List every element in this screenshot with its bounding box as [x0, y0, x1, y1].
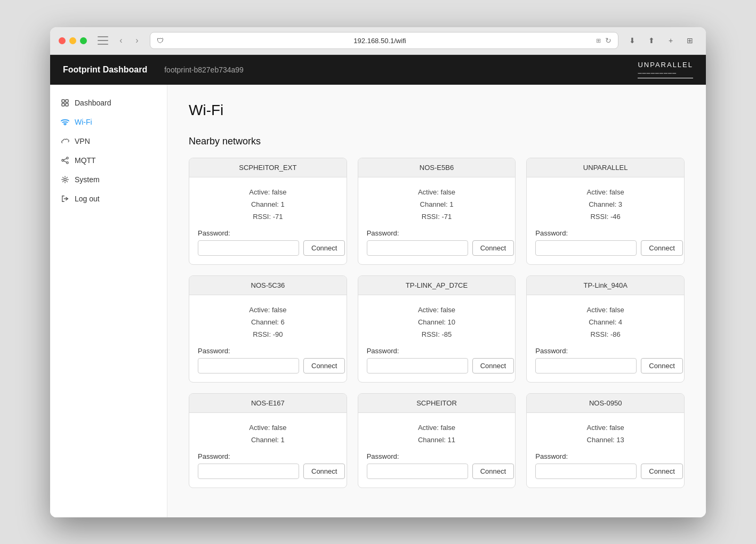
minimize-button[interactable] — [69, 37, 76, 44]
svg-point-7 — [67, 161, 69, 164]
password-input[interactable] — [535, 464, 637, 479]
connect-button[interactable]: Connect — [303, 358, 345, 374]
password-label: Password: — [367, 229, 507, 237]
password-input[interactable] — [198, 358, 299, 374]
svg-rect-1 — [66, 100, 68, 102]
password-input[interactable] — [198, 240, 299, 256]
password-row: Password: Connect — [535, 452, 675, 479]
network-card: NOS-0950 Active: false Channel: 13 Passw… — [526, 393, 685, 488]
content-area: Wi-Fi Nearby networks SCPHEITOR_EXT Acti… — [167, 85, 706, 517]
network-ssid: SCPHEITOR_EXT — [189, 158, 347, 177]
gear-icon — [61, 175, 69, 184]
password-input[interactable] — [535, 358, 637, 374]
sidebar-label-system: System — [75, 175, 100, 184]
browser-window: ‹ › 🛡 192.168.50.1/wifi ⊞ ↻ ⬇ ⬆ + ⊞ Foot… — [50, 27, 706, 517]
password-input-row: Connect — [367, 240, 507, 256]
network-active: Active: false — [367, 188, 507, 196]
sidebar-item-wifi[interactable]: Wi-Fi — [50, 112, 167, 132]
password-input[interactable] — [367, 240, 468, 256]
connect-button[interactable]: Connect — [472, 240, 514, 256]
network-card: NOS-E167 Active: false Channel: 1 Passwo… — [189, 393, 347, 488]
password-row: Password: Connect — [535, 229, 675, 256]
sidebar-label-mqtt: MQTT — [75, 156, 96, 165]
new-tab-button[interactable]: + — [663, 33, 678, 48]
network-ssid: TP-Link_940A — [527, 276, 684, 295]
password-input-row: Connect — [535, 464, 675, 479]
password-input-row: Connect — [535, 240, 675, 256]
network-rssi: RSSI: -71 — [367, 213, 507, 221]
sidebar-item-vpn[interactable]: VPN — [50, 132, 167, 151]
svg-rect-3 — [66, 103, 68, 106]
main-layout: Dashboard Wi-Fi — [50, 85, 706, 517]
sidebar-toggle-button[interactable] — [98, 36, 108, 45]
connect-button[interactable]: Connect — [303, 464, 345, 479]
password-input-row: Connect — [535, 358, 675, 374]
connect-button[interactable]: Connect — [303, 240, 345, 256]
reload-icon[interactable]: ↻ — [605, 36, 612, 45]
network-card-body: Active: false Channel: 10 RSSI: -85 Pass… — [358, 295, 516, 382]
password-row: Password: Connect — [198, 347, 338, 374]
sidebar-item-dashboard[interactable]: Dashboard — [50, 93, 167, 112]
app-container: Footprint Dashboard footprint-b827eb734a… — [50, 55, 706, 517]
sidebar-label-logout: Log out — [75, 194, 100, 203]
network-ssid: NOS-E167 — [189, 394, 347, 413]
sidebar-item-system[interactable]: System — [50, 170, 167, 189]
app-title: Footprint Dashboard — [63, 65, 147, 75]
share-button[interactable]: ⬆ — [644, 33, 659, 48]
network-card-body: Active: false Channel: 13 Password: Conn… — [527, 413, 684, 488]
sidebar-item-logout[interactable]: Log out — [50, 189, 167, 208]
networks-grid: SCPHEITOR_EXT Active: false Channel: 1 R… — [189, 158, 685, 488]
password-input[interactable] — [535, 240, 637, 256]
password-input[interactable] — [198, 464, 299, 479]
password-input-row: Connect — [198, 240, 338, 256]
logout-icon — [61, 194, 69, 203]
connect-button[interactable]: Connect — [472, 358, 514, 374]
nearby-networks-title: Nearby networks — [189, 136, 685, 147]
network-ssid: SCPHEITOR — [358, 394, 516, 413]
network-card-body: Active: false Channel: 6 RSSI: -90 Passw… — [189, 295, 347, 382]
back-button[interactable]: ‹ — [115, 34, 127, 47]
page-title: Wi-Fi — [189, 102, 685, 119]
network-rssi: RSSI: -46 — [535, 213, 675, 221]
network-ssid: NOS-5C36 — [189, 276, 347, 295]
network-rssi: RSSI: -85 — [367, 330, 507, 338]
tabs-button[interactable]: ⊞ — [682, 33, 697, 48]
connect-button[interactable]: Connect — [472, 464, 514, 479]
url-display: 192.168.50.1/wifi — [168, 37, 592, 45]
password-input-row: Connect — [367, 464, 507, 479]
network-card: TP-Link_940A Active: false Channel: 4 RS… — [526, 275, 685, 383]
password-row: Password: Connect — [367, 347, 507, 374]
connect-button[interactable]: Connect — [641, 464, 682, 479]
connect-button[interactable]: Connect — [641, 358, 682, 374]
password-input-row: Connect — [367, 358, 507, 374]
sidebar-item-mqtt[interactable]: MQTT — [50, 151, 167, 170]
svg-line-8 — [63, 158, 66, 160]
network-active: Active: false — [367, 424, 507, 432]
close-button[interactable] — [59, 37, 66, 44]
connect-button[interactable]: Connect — [641, 240, 682, 256]
fullscreen-button[interactable] — [80, 37, 87, 44]
download-button[interactable]: ⬇ — [625, 33, 640, 48]
network-channel: Channel: 6 — [198, 318, 338, 326]
network-channel: Channel: 1 — [198, 436, 338, 444]
browser-chrome: ‹ › 🛡 192.168.50.1/wifi ⊞ ↻ ⬇ ⬆ + ⊞ — [50, 27, 706, 55]
svg-rect-0 — [62, 100, 65, 102]
network-rssi: RSSI: -86 — [535, 330, 675, 338]
shield-icon: 🛡 — [157, 37, 164, 45]
forward-button[interactable]: › — [131, 34, 143, 47]
password-input[interactable] — [367, 464, 468, 479]
address-bar[interactable]: 🛡 192.168.50.1/wifi ⊞ ↻ — [150, 32, 618, 49]
password-label: Password: — [367, 347, 507, 355]
wifi-icon — [61, 118, 69, 126]
nav-arrows: ‹ › — [115, 34, 143, 47]
password-row: Password: Connect — [367, 229, 507, 256]
password-row: Password: Connect — [198, 229, 338, 256]
network-card-body: Active: false Channel: 3 RSSI: -46 Passw… — [527, 177, 684, 264]
traffic-lights — [59, 37, 87, 44]
network-active: Active: false — [198, 188, 338, 196]
password-label: Password: — [198, 452, 338, 460]
password-input[interactable] — [367, 358, 468, 374]
network-card: SCPHEITOR_EXT Active: false Channel: 1 R… — [189, 158, 347, 265]
app-header: Footprint Dashboard footprint-b827eb734a… — [50, 55, 706, 85]
password-label: Password: — [535, 229, 675, 237]
